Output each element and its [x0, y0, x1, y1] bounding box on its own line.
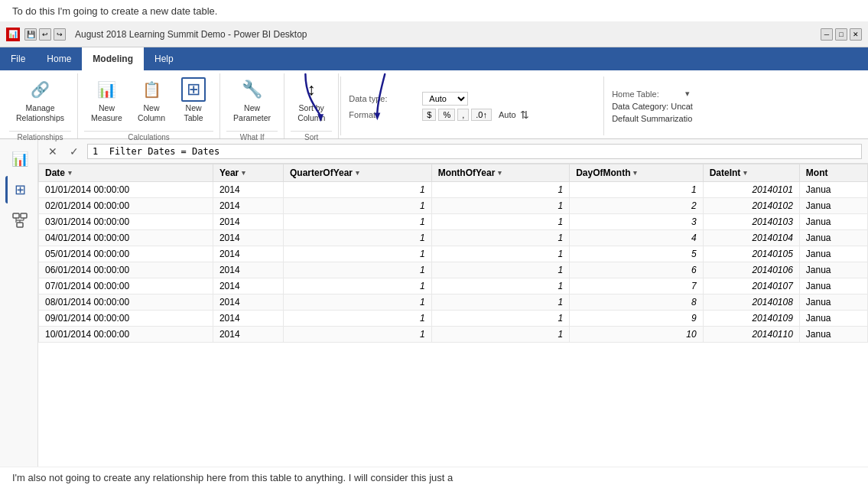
table-row: 03/01/2014 00:00:00 2014 1 1 3 20140103 … [39, 214, 868, 230]
title-text: August 2018 Learning Summit Demo - Power… [70, 29, 816, 40]
svg-rect-2 [13, 213, 19, 218]
cell-month: Janua [799, 230, 867, 246]
ribbon-separator-1 [340, 76, 341, 135]
title-bar-controls[interactable]: 💾 ↩ ↪ [24, 28, 66, 41]
close-button[interactable]: ✕ [850, 28, 862, 41]
home-table-row: Home Table: ▾ [612, 89, 859, 99]
manage-relationships-button[interactable]: 🔗 ManageRelationships [9, 73, 71, 126]
sort-by-column-button[interactable]: ↕ Sort byColumn [291, 73, 332, 126]
cell-qoy: 1 [283, 294, 431, 311]
tab-modeling[interactable]: Modeling [82, 47, 144, 70]
ribbon-properties: Data type: Auto Format: $ % , .0↑ Auto ⇅ [343, 73, 602, 138]
data-category-row: Data Category: Uncat [612, 102, 859, 111]
cell-moy: 1 [431, 278, 569, 294]
cell-moy: 1 [431, 311, 569, 327]
cell-year: 2014 [213, 230, 283, 246]
undo-button[interactable]: ↩ [39, 28, 51, 41]
table-row: 02/01/2014 00:00:00 2014 1 1 2 20140102 … [39, 198, 868, 214]
cell-dateint: 20140108 [703, 294, 799, 311]
new-parameter-button[interactable]: 🔧 NewParameter [226, 73, 278, 126]
ribbon-group-calculations: 📊 NewMeasure 📋 NewColumn ⊞ NewTable Calc… [78, 73, 220, 138]
sidebar-item-report[interactable]: 📊 [5, 145, 33, 173]
cell-dom: 2 [570, 198, 703, 214]
col-header-quarterofyear[interactable]: QuarterOfYear ▾ [283, 164, 431, 182]
new-measure-button[interactable]: 📊 NewMeasure [84, 73, 129, 126]
title-bar: 📊 💾 ↩ ↪ August 2018 Learning Summit Demo… [0, 21, 868, 47]
cell-year: 2014 [213, 262, 283, 278]
cell-date: 08/01/2014 00:00:00 [39, 294, 213, 311]
cell-year: 2014 [213, 294, 283, 311]
cell-date: 07/01/2014 00:00:00 [39, 278, 213, 294]
top-annotation-text: To do this I'm going to create a new dat… [0, 0, 868, 21]
new-table-button[interactable]: ⊞ NewTable [174, 73, 213, 126]
cell-year: 2014 [213, 214, 283, 230]
cell-dateint: 20140104 [703, 230, 799, 246]
cell-qoy: 1 [283, 262, 431, 278]
col-header-year[interactable]: Year ▾ [213, 164, 283, 182]
top-text-content: To do this I'm going to create a new dat… [12, 5, 217, 17]
cell-month: Janua [799, 327, 867, 343]
cell-dateint: 20140109 [703, 311, 799, 327]
new-column-icon: 📋 [139, 77, 164, 102]
home-table-value: ▾ [685, 89, 690, 99]
formula-cancel-button[interactable]: ✕ [44, 143, 61, 160]
calculations-items: 📊 NewMeasure 📋 NewColumn ⊞ NewTable [84, 73, 213, 129]
ribbon-group-sort: ↕ Sort byColumn Sort [284, 73, 339, 138]
new-table-icon: ⊞ [181, 77, 206, 102]
cell-dateint: 20140110 [703, 327, 799, 343]
cell-month: Janua [799, 198, 867, 214]
tab-home[interactable]: Home [36, 47, 82, 70]
sidebar-item-table[interactable]: ⊞ [5, 176, 33, 203]
table-row: 08/01/2014 00:00:00 2014 1 1 8 20140108 … [39, 294, 868, 311]
col-header-month[interactable]: Mont [799, 164, 867, 182]
cell-year: 2014 [213, 311, 283, 327]
cell-date: 03/01/2014 00:00:00 [39, 214, 213, 230]
format-decimal-button[interactable]: .0↑ [471, 109, 492, 121]
cell-date: 05/01/2014 00:00:00 [39, 246, 213, 262]
calculations-group-label: Calculations [84, 131, 213, 144]
col-header-monthofyear[interactable]: MonthOfYear ▾ [431, 164, 569, 182]
cell-dateint: 20140107 [703, 278, 799, 294]
tab-file[interactable]: File [0, 47, 36, 70]
new-parameter-label: NewParameter [233, 103, 271, 122]
app-icon: 📊 [6, 28, 20, 41]
cell-year: 2014 [213, 182, 283, 198]
formula-accept-button[interactable]: ✓ [66, 143, 83, 160]
format-row: Format: $ % , .0↑ Auto ⇅ [349, 109, 596, 121]
cell-month: Janua [799, 278, 867, 294]
sort-by-column-icon: ↕ [299, 77, 323, 102]
format-percent-button[interactable]: % [438, 109, 455, 121]
table-row: 04/01/2014 00:00:00 2014 1 1 4 20140104 … [39, 230, 868, 246]
tab-help[interactable]: Help [144, 47, 184, 70]
window-controls[interactable]: ─ □ ✕ [821, 28, 862, 41]
default-sum-row: Default Summarizatio [612, 114, 859, 123]
sidebar-item-model[interactable] [5, 207, 33, 234]
default-sum-text: Default Summarizatio [612, 114, 692, 123]
auto-label: Auto [499, 110, 516, 119]
whatif-items: 🔧 NewParameter [226, 73, 278, 129]
data-type-label: Data type: [349, 94, 418, 103]
cell-month: Janua [799, 294, 867, 311]
redo-button[interactable]: ↪ [54, 28, 66, 41]
cell-date: 04/01/2014 00:00:00 [39, 230, 213, 246]
table-row: 06/01/2014 00:00:00 2014 1 1 6 20140106 … [39, 262, 868, 278]
format-comma-button[interactable]: , [457, 109, 469, 121]
format-dollar-button[interactable]: $ [422, 109, 436, 121]
formula-input[interactable] [87, 144, 862, 159]
data-type-dropdown[interactable]: Auto [422, 92, 468, 106]
cell-date: 01/01/2014 00:00:00 [39, 182, 213, 198]
col-header-dateint[interactable]: DateInt ▾ [703, 164, 799, 182]
minimize-button[interactable]: ─ [821, 28, 833, 41]
col-header-dayofmonth[interactable]: DayOfMonth ▾ [570, 164, 703, 182]
maximize-button[interactable]: □ [835, 28, 847, 41]
whatif-group-label: What If [226, 131, 278, 144]
cell-year: 2014 [213, 278, 283, 294]
col-header-date[interactable]: Date ▾ [39, 164, 213, 182]
data-table-container[interactable]: Date ▾ Year ▾ QuarterOfYear ▾ MonthOfYea… [38, 164, 868, 467]
cell-moy: 1 [431, 214, 569, 230]
save-button[interactable]: 💾 [24, 28, 37, 41]
new-column-button[interactable]: 📋 NewColumn [131, 73, 172, 126]
table-row: 10/01/2014 00:00:00 2014 1 1 10 20140110… [39, 327, 868, 343]
svg-rect-4 [17, 223, 23, 227]
relationships-items: 🔗 ManageRelationships [9, 73, 71, 129]
